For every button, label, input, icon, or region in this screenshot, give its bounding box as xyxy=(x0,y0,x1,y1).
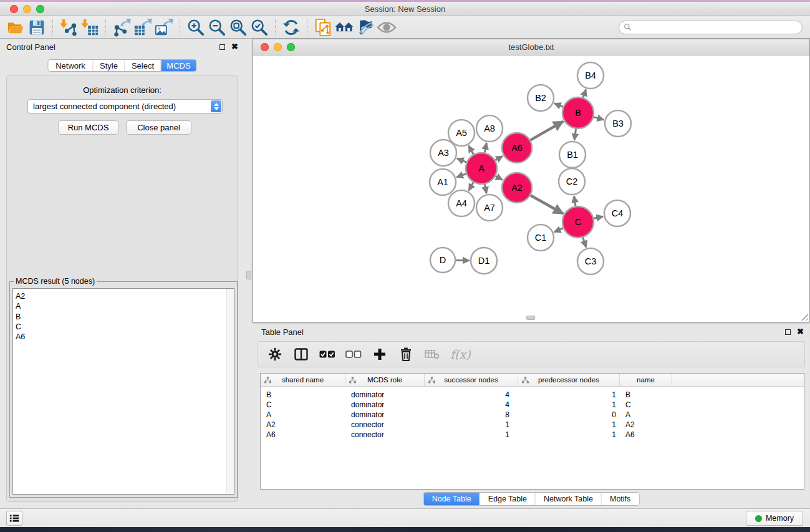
table-row[interactable]: A2 connector 1 1 A2 xyxy=(261,420,804,430)
tab-edge-table[interactable]: Edge Table xyxy=(480,493,536,505)
zoom-out-icon[interactable] xyxy=(206,18,228,37)
zoom-in-icon[interactable] xyxy=(185,18,206,37)
mcds-result-item[interactable]: C xyxy=(13,322,234,332)
float-panel-icon[interactable] xyxy=(785,329,791,335)
graph-edge-A6-B[interactable] xyxy=(529,122,563,141)
network-graph[interactable]: B4B2BB3A5A8A6A3AB1A1C2A2A4A7CC4C1C3DD1 xyxy=(253,56,809,322)
graph-edge-C-C4[interactable] xyxy=(592,216,603,219)
table-cell[interactable]: 1 xyxy=(518,430,620,439)
delete-column-icon[interactable] xyxy=(398,346,414,362)
graph-edge-C-C2[interactable] xyxy=(574,196,576,207)
zoom-fit-icon[interactable] xyxy=(228,18,249,37)
mcds-result-item[interactable]: A xyxy=(13,301,234,311)
add-column-icon[interactable] xyxy=(372,346,388,362)
table-cell[interactable]: A2 xyxy=(620,420,672,429)
table-cell[interactable]: 1 xyxy=(425,420,518,429)
deselect-all-checkboxes-icon[interactable] xyxy=(345,346,362,362)
column-header-successor-nodes[interactable]: successor nodes xyxy=(425,374,518,386)
graph-edge-A-A3[interactable] xyxy=(457,158,468,163)
tab-node-table[interactable]: Node Table xyxy=(424,493,480,505)
graph-edge-A-A7[interactable] xyxy=(485,183,486,193)
graph-edge-A-A1[interactable] xyxy=(456,173,467,177)
horizontal-divider-handle[interactable] xyxy=(526,316,535,320)
table-cell[interactable]: dominator xyxy=(345,400,425,409)
new-network-from-selection-icon[interactable] xyxy=(312,18,334,37)
eye-icon[interactable] xyxy=(376,18,397,37)
mcds-result-item[interactable]: B xyxy=(13,312,234,322)
table-cell[interactable]: 4 xyxy=(425,400,518,409)
table-cell[interactable]: C xyxy=(261,400,345,409)
run-mcds-button[interactable]: Run MCDS xyxy=(58,120,118,135)
task-history-button[interactable] xyxy=(6,511,22,526)
table-cell[interactable]: 1 xyxy=(518,390,620,399)
table-cell[interactable]: A2 xyxy=(261,420,345,429)
table-cell[interactable]: A xyxy=(620,410,672,419)
table-cell[interactable]: dominator xyxy=(345,390,425,399)
table-cell[interactable]: A6 xyxy=(620,430,672,439)
graph-edge-B-B1[interactable] xyxy=(574,128,576,140)
memory-button[interactable]: Memory xyxy=(746,511,803,526)
table-row[interactable]: A6 connector 1 1 A6 xyxy=(261,430,804,440)
select-all-checkboxes-icon[interactable] xyxy=(319,346,335,362)
columns-icon[interactable] xyxy=(293,346,309,362)
column-header-predecessor-nodes[interactable]: predecessor nodes xyxy=(518,374,620,386)
import-network-icon[interactable] xyxy=(58,18,79,37)
graph-edge-B-B3[interactable] xyxy=(592,117,604,120)
vertical-divider-handle[interactable] xyxy=(246,271,251,279)
table-row[interactable]: B dominator 4 1 B xyxy=(261,390,804,400)
minimize-window-button[interactable] xyxy=(23,5,31,13)
table-cell[interactable]: 1 xyxy=(425,430,518,439)
float-panel-icon[interactable] xyxy=(219,44,225,50)
column-header-mcds-role[interactable]: MCDS role xyxy=(345,374,425,386)
graph-edge-A-A4[interactable] xyxy=(469,181,474,191)
network-canvas[interactable]: B4B2BB3A5A8A6A3AB1A1C2A2A4A7CC4C1C3DD1 xyxy=(253,56,809,322)
table-cell[interactable]: A xyxy=(261,410,345,419)
zoom-view-button[interactable] xyxy=(287,43,295,51)
export-network-icon[interactable] xyxy=(111,18,132,37)
table-cell[interactable]: 0 xyxy=(518,410,620,419)
tab-network-table[interactable]: Network Table xyxy=(536,493,602,505)
table-row[interactable]: A dominator 8 0 A xyxy=(261,410,804,420)
close-panel-button[interactable]: Close panel xyxy=(126,120,191,135)
graph-edge-B-B2[interactable] xyxy=(554,104,564,107)
table-cell[interactable]: B xyxy=(261,390,345,399)
graph-edge-C-C3[interactable] xyxy=(582,236,586,248)
close-view-button[interactable] xyxy=(261,43,269,51)
mcds-list-scrollbar[interactable] xyxy=(226,289,234,494)
graph-edge-A-A6[interactable] xyxy=(494,156,503,161)
table-cell[interactable]: 1 xyxy=(518,420,620,429)
table-cell[interactable]: 1 xyxy=(518,400,620,409)
graph-edge-A-A8[interactable] xyxy=(485,143,487,153)
close-panel-icon[interactable]: ✖ xyxy=(231,44,238,50)
minimize-view-button[interactable] xyxy=(274,43,282,51)
refresh-icon[interactable] xyxy=(281,18,302,37)
table-row[interactable]: C dominator 4 1 C xyxy=(261,400,804,410)
show-all-views-icon[interactable] xyxy=(334,18,355,37)
export-table-icon[interactable] xyxy=(132,18,153,37)
import-table-icon[interactable] xyxy=(79,18,100,37)
table-cell[interactable]: 8 xyxy=(425,410,518,419)
close-window-button[interactable] xyxy=(10,5,18,13)
tab-select[interactable]: Select xyxy=(125,60,162,71)
table-cell[interactable]: dominator xyxy=(345,410,425,419)
table-cell[interactable]: connector xyxy=(345,420,425,429)
column-header-shared-name[interactable]: shared name xyxy=(261,374,345,386)
tab-network[interactable]: Network xyxy=(49,60,94,71)
search-box[interactable] xyxy=(619,21,803,34)
table-cell[interactable]: B xyxy=(620,390,672,399)
mcds-result-item[interactable]: A2 xyxy=(13,291,234,301)
save-icon[interactable] xyxy=(26,18,47,37)
tab-style[interactable]: Style xyxy=(94,60,125,71)
graph-edge-C-C1[interactable] xyxy=(554,228,564,232)
table-cell[interactable]: A6 xyxy=(261,430,345,439)
table-cell[interactable]: connector xyxy=(345,430,425,439)
graph-edge-A-A5[interactable] xyxy=(469,145,475,155)
criterion-select[interactable]: largest connected component (directed) xyxy=(27,99,223,114)
gear-icon[interactable] xyxy=(267,346,283,362)
tab-mcds[interactable]: MCDS xyxy=(162,60,196,71)
zoom-selected-icon[interactable] xyxy=(249,18,270,37)
mcds-result-list[interactable]: A2 A B C A6 xyxy=(12,288,234,495)
graph-edge-B-B4[interactable] xyxy=(583,89,586,99)
tab-motifs[interactable]: Motifs xyxy=(602,493,639,505)
export-image-icon[interactable] xyxy=(153,18,175,37)
